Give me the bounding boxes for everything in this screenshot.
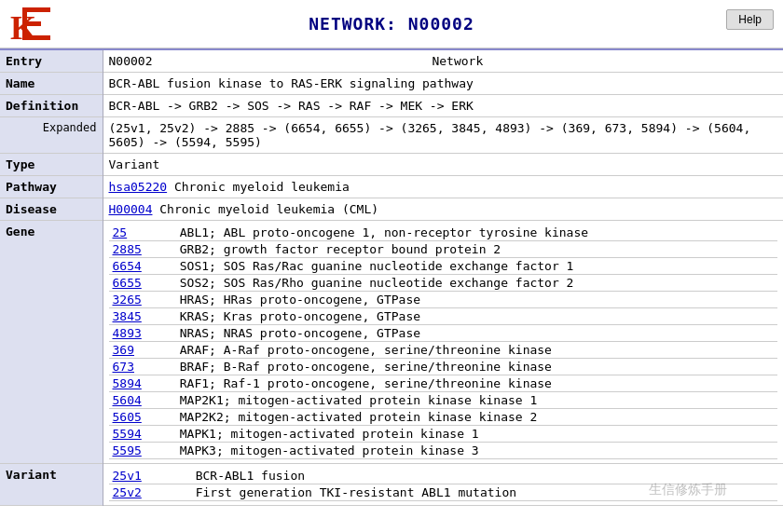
gene-description: ARAF; A-Raf proto-oncogene, serine/threo… <box>176 342 777 359</box>
page-header: K NETWORK: N00002 Help <box>0 0 783 48</box>
disease-name: Chronic myeloid leukemia (CML) <box>152 202 378 216</box>
gene-row: 5595MAPK3; mitogen-activated protein kin… <box>109 443 778 459</box>
gene-description: RAF1; Raf-1 proto-oncogene, serine/threo… <box>176 375 777 392</box>
variant-row: 25v1BCR-ABL1 fusion <box>109 468 778 484</box>
row-label-pathway: Pathway <box>0 176 103 198</box>
table-row: NameBCR-ABL fusion kinase to RAS-ERK sig… <box>0 73 783 95</box>
gene-id[interactable]: 2885 <box>109 241 176 258</box>
row-value: 25ABL1; ABL proto-oncogene 1, non-recept… <box>103 221 783 464</box>
gene-description: BRAF; B-Raf proto-oncogene, serine/threo… <box>176 359 777 375</box>
variant-table: 25v1BCR-ABL1 fusion25v2First generation … <box>109 468 778 501</box>
gene-row: 6654SOS1; SOS Ras/Rac guanine nucleotide… <box>109 258 778 275</box>
table-row: Gene25ABL1; ABL proto-oncogene 1, non-re… <box>0 221 783 464</box>
gene-description: MAP2K1; mitogen-activated protein kinase… <box>176 392 777 409</box>
gene-row: 5894RAF1; Raf-1 proto-oncogene, serine/t… <box>109 375 778 392</box>
gene-description: GRB2; growth factor receptor bound prote… <box>176 241 777 258</box>
gene-id[interactable]: 5595 <box>109 443 176 459</box>
gene-description: SOS1; SOS Ras/Rac guanine nucleotide exc… <box>176 258 777 275</box>
row-value: N00002Network <box>103 49 783 73</box>
table-row: Variant25v1BCR-ABL1 fusion25v2First gene… <box>0 464 783 506</box>
table-row: TypeVariant <box>0 154 783 176</box>
gene-id[interactable]: 6655 <box>109 275 176 292</box>
gene-description: MAP2K2; mitogen-activated protein kinase… <box>176 409 777 426</box>
row-label-definition: Definition <box>0 95 103 117</box>
help-button-area: Help <box>726 9 774 30</box>
pathway-link[interactable]: hsa05220 <box>109 180 168 194</box>
row-label-type: Type <box>0 154 103 176</box>
gene-description: NRAS; NRAS proto-oncogene, GTPase <box>176 325 777 342</box>
gene-id[interactable]: 4893 <box>109 325 176 342</box>
entry-id: N00002 <box>109 54 153 68</box>
row-text-value: (25v1, 25v2) -> 2885 -> (6654, 6655) -> … <box>109 121 751 149</box>
row-value: 25v1BCR-ABL1 fusion25v2First generation … <box>103 464 783 506</box>
entry-type: Network <box>432 54 483 68</box>
table-row: DiseaseH00004 Chronic myeloid leukemia (… <box>0 198 783 221</box>
gene-id[interactable]: 6654 <box>109 258 176 275</box>
main-table: EntryN00002NetworkNameBCR-ABL fusion kin… <box>0 48 783 506</box>
row-value: BCR-ABL fusion kinase to RAS-ERK signali… <box>103 73 783 95</box>
gene-row: 673BRAF; B-Raf proto-oncogene, serine/th… <box>109 359 778 375</box>
row-value: Variant <box>103 154 783 176</box>
variant-row: 25v2First generation TKI-resistant ABL1 … <box>109 484 778 501</box>
table-row: Pathwayhsa05220 Chronic myeloid leukemia <box>0 176 783 198</box>
page-title: NETWORK: N00002 <box>309 14 474 34</box>
gene-row: 5605MAP2K2; mitogen-activated protein ki… <box>109 409 778 426</box>
gene-id[interactable]: 5894 <box>109 375 176 392</box>
row-label-variant: Variant <box>0 464 103 506</box>
variant-description: First generation TKI-resistant ABL1 muta… <box>192 484 777 501</box>
gene-row: 3845KRAS; Kras proto-oncogene, GTPase <box>109 308 778 325</box>
gene-description: SOS2; SOS Ras/Rho guanine nucleotide exc… <box>176 275 777 292</box>
row-label-entry: Entry <box>0 49 103 73</box>
gene-table: 25ABL1; ABL proto-oncogene 1, non-recept… <box>109 225 778 459</box>
row-value: BCR-ABL -> GRB2 -> SOS -> RAS -> RAF -> … <box>103 95 783 117</box>
gene-description: ABL1; ABL proto-oncogene 1, non-receptor… <box>176 225 777 241</box>
row-value: (25v1, 25v2) -> 2885 -> (6654, 6655) -> … <box>103 117 783 154</box>
gene-id[interactable]: 3265 <box>109 292 176 308</box>
row-value: H00004 Chronic myeloid leukemia (CML) <box>103 198 783 221</box>
row-text-value: BCR-ABL fusion kinase to RAS-ERK signali… <box>109 76 474 90</box>
disease-link[interactable]: H00004 <box>109 202 153 216</box>
kegg-logo: K <box>9 6 61 43</box>
variant-id[interactable]: 25v1 <box>109 468 192 484</box>
gene-row: 369ARAF; A-Raf proto-oncogene, serine/th… <box>109 342 778 359</box>
gene-row: 6655SOS2; SOS Ras/Rho guanine nucleotide… <box>109 275 778 292</box>
row-text-value: Variant <box>109 157 160 171</box>
gene-row: 3265HRAS; HRas proto-oncogene, GTPase <box>109 292 778 308</box>
gene-row: 25ABL1; ABL proto-oncogene 1, non-recept… <box>109 225 778 241</box>
table-row: EntryN00002Network <box>0 49 783 73</box>
gene-id[interactable]: 673 <box>109 359 176 375</box>
table-row: Expanded(25v1, 25v2) -> 2885 -> (6654, 6… <box>0 117 783 154</box>
gene-row: 5604MAP2K1; mitogen-activated protein ki… <box>109 392 778 409</box>
gene-id[interactable]: 3845 <box>109 308 176 325</box>
row-label-disease: Disease <box>0 198 103 221</box>
gene-description: HRAS; HRas proto-oncogene, GTPase <box>176 292 777 308</box>
variant-description: BCR-ABL1 fusion <box>192 468 777 484</box>
gene-id[interactable]: 5594 <box>109 426 176 443</box>
svg-rect-5 <box>22 7 27 40</box>
gene-id[interactable]: 5605 <box>109 409 176 426</box>
gene-description: KRAS; Kras proto-oncogene, GTPase <box>176 308 777 325</box>
gene-row: 4893NRAS; NRAS proto-oncogene, GTPase <box>109 325 778 342</box>
logo-area: K <box>9 6 61 46</box>
row-label-name: Name <box>0 73 103 95</box>
row-label-gene: Gene <box>0 221 103 464</box>
gene-row: 5594MAPK1; mitogen-activated protein kin… <box>109 426 778 443</box>
gene-id[interactable]: 5604 <box>109 392 176 409</box>
row-label-expanded: Expanded <box>0 117 103 154</box>
help-button[interactable]: Help <box>726 9 774 30</box>
row-text-value: BCR-ABL -> GRB2 -> SOS -> RAS -> RAF -> … <box>109 99 474 113</box>
gene-description: MAPK1; mitogen-activated protein kinase … <box>176 426 777 443</box>
variant-id[interactable]: 25v2 <box>109 484 192 501</box>
gene-row: 2885GRB2; growth factor receptor bound p… <box>109 241 778 258</box>
gene-id[interactable]: 25 <box>109 225 176 241</box>
row-value: hsa05220 Chronic myeloid leukemia <box>103 176 783 198</box>
gene-id[interactable]: 369 <box>109 342 176 359</box>
gene-description: MAPK3; mitogen-activated protein kinase … <box>176 443 777 459</box>
pathway-name: Chronic myeloid leukemia <box>167 180 350 194</box>
table-row: DefinitionBCR-ABL -> GRB2 -> SOS -> RAS … <box>0 95 783 117</box>
